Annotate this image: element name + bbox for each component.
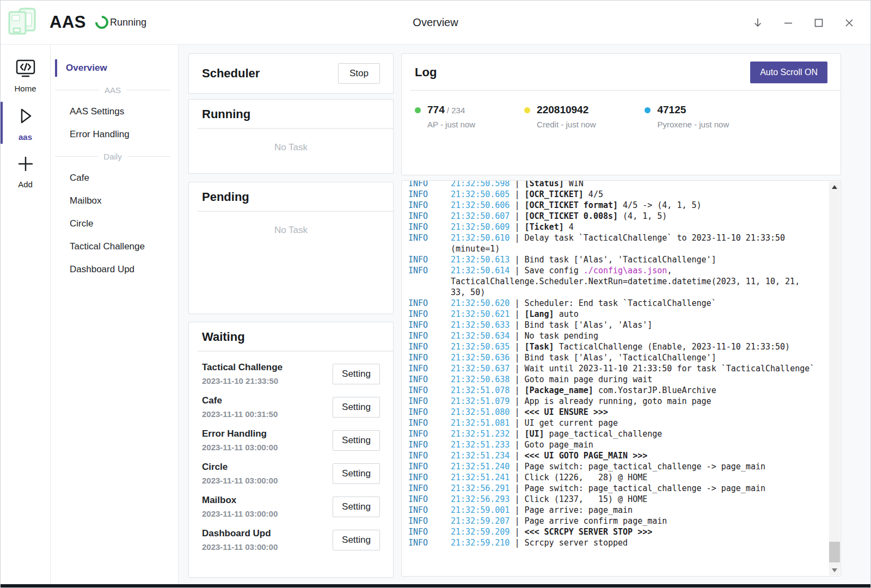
log-level: INFO <box>408 461 451 472</box>
log-separator: | <box>510 396 524 406</box>
log-message: 21:32:50.621 | [Lang] auto <box>451 309 817 320</box>
sidebar-item-mailbox[interactable]: Mailbox <box>51 189 178 212</box>
log-message: 21:32:50.637 | Wait until 2023-11-10 21:… <box>451 363 817 374</box>
log-title: Log <box>415 65 437 79</box>
sidebar-item-cafe[interactable]: Cafe <box>51 167 178 189</box>
log-message: 21:32:56.291 | Page switch: page_tactica… <box>451 483 817 494</box>
rail-item-aas[interactable]: aas <box>1 101 50 145</box>
waiting-task-name: Mailbox <box>202 495 278 506</box>
log-timestamp: 21:32:50.635 <box>451 342 510 352</box>
log-text: (4, 1, 5) <box>618 211 667 221</box>
task-sidebar: OverviewAASAAS SettingsError HandlingDai… <box>51 45 179 585</box>
log-row: INFO21:32:50.606 | [OCR_TICKET format] 4… <box>408 200 841 211</box>
log-level: INFO <box>408 385 451 396</box>
stat-value: 220810942 <box>537 104 588 115</box>
download-update-button[interactable] <box>746 11 769 35</box>
waiting-list: Tactical Challenge2023-11-10 21:33:50Set… <box>189 352 393 556</box>
log-row: INFO21:32:50.637 | Wait until 2023-11-10… <box>408 363 841 374</box>
log-level: INFO <box>408 254 451 265</box>
stat-value: 47125 <box>657 104 686 115</box>
log-message: 21:32:51.080 | <<< UI ENSURE >>> <box>451 407 817 418</box>
waiting-task-info: Error Handling2023-11-11 03:00:00 <box>202 428 278 452</box>
log-row: INFO21:32:59.209 | <<< SCRCPY SERVER STO… <box>408 526 841 537</box>
log-text: Page arrive: page_main <box>524 505 633 515</box>
log-level: INFO <box>408 537 451 548</box>
stat-dot-icon <box>524 107 530 113</box>
maximize-button[interactable] <box>807 11 830 35</box>
log-separator: | <box>510 309 524 319</box>
close-button[interactable] <box>838 11 861 35</box>
rail-item-add[interactable]: Add <box>1 149 50 192</box>
log-separator: | <box>510 353 524 363</box>
log-scrollbar[interactable] <box>829 181 840 575</box>
log-message: 21:32:59.207 | Page arrive confirm page_… <box>451 516 817 526</box>
log-text: 4/5 -> (4, 1, 5) <box>618 200 702 210</box>
minimize-button[interactable] <box>777 11 800 35</box>
task-setting-button[interactable]: Setting <box>333 397 380 418</box>
task-setting-button[interactable]: Setting <box>333 364 380 384</box>
pending-title: Pending <box>202 190 249 204</box>
rail-item-home[interactable]: Home <box>1 54 50 96</box>
log-timestamp: 21:32:59.210 <box>451 538 510 548</box>
log-text: Wait until 2023-11-10 21:33:50 for task … <box>524 364 814 373</box>
log-text: [OCR_TICKET] <box>524 189 583 199</box>
log-card: Log Auto Scroll ON 774 / 234AP - just no… <box>401 53 841 175</box>
log-level: INFO <box>408 341 451 352</box>
log-timestamp: 21:32:51.081 <box>451 418 510 428</box>
log-timestamp: 21:32:51.233 <box>451 440 510 450</box>
log-text: App is already running, goto main page <box>524 396 711 406</box>
log-level: INFO <box>408 407 451 418</box>
log-timestamp: 21:32:59.001 <box>451 505 510 515</box>
waiting-task-name: Circle <box>202 462 278 473</box>
scroll-up-arrow-icon <box>832 185 837 189</box>
log-message: 21:32:59.001 | Page arrive: page_main <box>451 505 817 516</box>
stat-dot-icon <box>645 107 651 113</box>
log-timestamp: 21:32:50.614 <box>451 266 510 275</box>
waiting-task-name: Tactical Challenge <box>202 362 283 373</box>
log-row: INFO21:32:51.079 | App is already runnin… <box>408 396 841 407</box>
sidebar-item-circle[interactable]: Circle <box>51 212 178 235</box>
window-bottom-edge <box>1 584 870 587</box>
log-message: 21:32:51.078 | [Package_name] com.Yostar… <box>451 385 817 396</box>
log-text: Bind task ['Alas', 'TacticalChallenge'] <box>524 353 716 363</box>
task-setting-button[interactable]: Setting <box>333 463 380 484</box>
waiting-task-info: Mailbox2023-11-11 03:00:00 <box>202 495 278 518</box>
waiting-task-info: Cafe2023-11-11 00:31:50 <box>202 395 278 419</box>
autoscroll-toggle-button[interactable]: Auto Scroll ON <box>750 62 827 83</box>
task-setting-button[interactable]: Setting <box>333 497 380 517</box>
plus-icon <box>14 154 38 176</box>
sidebar-item-aas-settings[interactable]: AAS Settings <box>51 100 178 123</box>
log-timestamp: 21:32:50.634 <box>451 331 510 341</box>
sidebar-item-tactical-challenge[interactable]: Tactical Challenge <box>51 235 178 258</box>
log-separator: | <box>510 407 524 417</box>
log-separator: | <box>510 189 524 199</box>
log-message: 21:32:51.234 | <<< UI GOTO PAGE_MAIN >>> <box>451 450 817 461</box>
task-setting-button[interactable]: Setting <box>333 530 380 550</box>
log-text: [Ticket] <box>524 222 563 232</box>
log-row: INFO21:32:50.638 | Goto main page during… <box>408 374 841 385</box>
waiting-task-row: Error Handling2023-11-11 03:00:00Setting <box>202 424 380 457</box>
scheduler-stop-button[interactable]: Stop <box>338 63 380 84</box>
task-setting-button[interactable]: Setting <box>333 430 380 451</box>
log-text: Goto main page during wait <box>524 375 652 384</box>
sidebar-item-error-handling[interactable]: Error Handling <box>51 123 178 146</box>
waiting-task-info: Dashboard Upd2023-11-11 03:00:00 <box>202 528 278 552</box>
scroll-down-button[interactable] <box>829 565 840 575</box>
sidebar-item-overview[interactable]: Overview <box>51 57 178 79</box>
sidebar-item-dashboard-upd[interactable]: Dashboard Upd <box>51 258 178 281</box>
main-content: Scheduler Stop Running No Task Pending N… <box>179 45 870 585</box>
log-separator: | <box>510 255 524 265</box>
log-text: Page switch: page_tactical_challenge -> … <box>524 483 765 493</box>
log-separator: | <box>510 516 524 526</box>
log-level: INFO <box>408 428 451 439</box>
scrollbar-thumb[interactable] <box>829 542 840 562</box>
sidebar-group-label: Daily <box>51 146 178 167</box>
log-separator: | <box>510 494 524 504</box>
scroll-up-button[interactable] <box>829 181 840 192</box>
log-message: 21:32:50.614 | Save config ./config\aas.… <box>451 265 817 298</box>
log-output[interactable]: INFO21:32:50.598 | [Status] WININFO21:32… <box>401 180 841 577</box>
log-timestamp: 21:32:50.638 <box>451 375 510 384</box>
waiting-task-row: Mailbox2023-11-11 03:00:00Setting <box>202 490 380 523</box>
waiting-task-info: Tactical Challenge2023-11-10 21:33:50 <box>202 362 283 385</box>
log-message: 21:32:50.605 | [OCR_TICKET] 4/5 <box>451 189 817 200</box>
